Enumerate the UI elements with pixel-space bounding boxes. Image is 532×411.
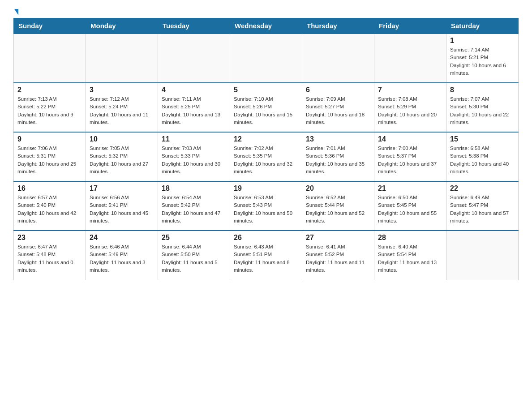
page-header <box>13 9 519 13</box>
calendar-cell: 11Sunrise: 7:03 AMSunset: 5:33 PMDayligh… <box>158 132 230 181</box>
day-info: Sunrise: 6:53 AMSunset: 5:43 PMDaylight:… <box>234 194 298 225</box>
day-number: 7 <box>378 86 442 94</box>
day-number: 24 <box>90 234 154 242</box>
day-info: Sunrise: 7:12 AMSunset: 5:24 PMDaylight:… <box>90 95 154 126</box>
calendar-cell: 9Sunrise: 7:06 AMSunset: 5:31 PMDaylight… <box>14 132 86 181</box>
day-number: 18 <box>162 184 226 193</box>
calendar-cell: 18Sunrise: 6:54 AMSunset: 5:42 PMDayligh… <box>158 181 230 231</box>
calendar-cell: 16Sunrise: 6:57 AMSunset: 5:40 PMDayligh… <box>14 181 86 231</box>
day-number: 1 <box>450 37 515 45</box>
day-of-week-header: Sunday <box>14 18 86 34</box>
day-info: Sunrise: 6:52 AMSunset: 5:44 PMDaylight:… <box>306 194 370 225</box>
calendar-week-row: 2Sunrise: 7:13 AMSunset: 5:22 PMDaylight… <box>14 83 519 132</box>
day-number: 13 <box>306 135 370 143</box>
day-number: 5 <box>234 86 298 94</box>
day-number: 8 <box>450 86 515 94</box>
day-number: 16 <box>17 184 82 193</box>
calendar-cell: 6Sunrise: 7:09 AMSunset: 5:27 PMDaylight… <box>302 83 374 132</box>
day-info: Sunrise: 7:02 AMSunset: 5:35 PMDaylight:… <box>234 145 298 176</box>
day-info: Sunrise: 7:09 AMSunset: 5:27 PMDaylight:… <box>306 95 370 126</box>
calendar-cell: 8Sunrise: 7:07 AMSunset: 5:30 PMDaylight… <box>446 83 519 132</box>
day-info: Sunrise: 7:11 AMSunset: 5:25 PMDaylight:… <box>162 95 226 126</box>
calendar-week-row: 9Sunrise: 7:06 AMSunset: 5:31 PMDaylight… <box>14 132 519 181</box>
day-number: 10 <box>90 135 154 143</box>
calendar-cell: 2Sunrise: 7:13 AMSunset: 5:22 PMDaylight… <box>14 83 86 132</box>
calendar-cell: 28Sunrise: 6:40 AMSunset: 5:54 PMDayligh… <box>374 231 446 280</box>
day-info: Sunrise: 7:10 AMSunset: 5:26 PMDaylight:… <box>234 95 298 126</box>
day-number: 9 <box>17 135 82 143</box>
calendar-cell: 5Sunrise: 7:10 AMSunset: 5:26 PMDaylight… <box>230 83 302 132</box>
day-number: 12 <box>234 135 298 143</box>
calendar-cell <box>14 34 86 83</box>
day-number: 11 <box>162 135 226 143</box>
calendar-cell: 27Sunrise: 6:41 AMSunset: 5:52 PMDayligh… <box>302 231 374 280</box>
calendar-cell <box>446 231 519 280</box>
calendar-header-row: SundayMondayTuesdayWednesdayThursdayFrid… <box>14 18 519 34</box>
day-of-week-header: Wednesday <box>230 18 302 34</box>
day-number: 6 <box>306 86 370 94</box>
calendar-cell: 7Sunrise: 7:08 AMSunset: 5:29 PMDaylight… <box>374 83 446 132</box>
day-number: 20 <box>306 184 370 193</box>
calendar-cell <box>302 34 374 83</box>
day-info: Sunrise: 6:43 AMSunset: 5:51 PMDaylight:… <box>234 243 298 274</box>
day-info: Sunrise: 6:49 AMSunset: 5:47 PMDaylight:… <box>450 194 515 225</box>
day-info: Sunrise: 7:07 AMSunset: 5:30 PMDaylight:… <box>450 95 515 126</box>
calendar-week-row: 23Sunrise: 6:47 AMSunset: 5:48 PMDayligh… <box>14 231 519 280</box>
calendar-cell: 20Sunrise: 6:52 AMSunset: 5:44 PMDayligh… <box>302 181 374 231</box>
calendar-cell: 15Sunrise: 6:58 AMSunset: 5:38 PMDayligh… <box>446 132 519 181</box>
day-info: Sunrise: 6:56 AMSunset: 5:41 PMDaylight:… <box>90 194 154 225</box>
day-number: 23 <box>17 234 82 242</box>
day-info: Sunrise: 7:03 AMSunset: 5:33 PMDaylight:… <box>162 145 226 176</box>
calendar-cell: 14Sunrise: 7:00 AMSunset: 5:37 PMDayligh… <box>374 132 446 181</box>
day-info: Sunrise: 7:05 AMSunset: 5:32 PMDaylight:… <box>90 145 154 176</box>
calendar-cell: 17Sunrise: 6:56 AMSunset: 5:41 PMDayligh… <box>86 181 158 231</box>
day-info: Sunrise: 6:41 AMSunset: 5:52 PMDaylight:… <box>306 243 370 274</box>
calendar-cell <box>374 34 446 83</box>
day-info: Sunrise: 7:06 AMSunset: 5:31 PMDaylight:… <box>17 145 82 176</box>
calendar-cell <box>230 34 302 83</box>
day-number: 26 <box>234 234 298 242</box>
day-of-week-header: Tuesday <box>158 18 230 34</box>
calendar-cell <box>86 34 158 83</box>
calendar-week-row: 1Sunrise: 7:14 AMSunset: 5:21 PMDaylight… <box>14 34 519 83</box>
calendar-cell: 26Sunrise: 6:43 AMSunset: 5:51 PMDayligh… <box>230 231 302 280</box>
day-of-week-header: Thursday <box>302 18 374 34</box>
day-info: Sunrise: 6:57 AMSunset: 5:40 PMDaylight:… <box>17 194 82 225</box>
calendar-cell: 3Sunrise: 7:12 AMSunset: 5:24 PMDaylight… <box>86 83 158 132</box>
day-info: Sunrise: 6:58 AMSunset: 5:38 PMDaylight:… <box>450 145 515 176</box>
day-info: Sunrise: 6:44 AMSunset: 5:50 PMDaylight:… <box>162 243 226 274</box>
day-number: 27 <box>306 234 370 242</box>
logo-triangle-icon <box>14 9 18 15</box>
day-of-week-header: Friday <box>374 18 446 34</box>
calendar-cell: 19Sunrise: 6:53 AMSunset: 5:43 PMDayligh… <box>230 181 302 231</box>
day-info: Sunrise: 7:08 AMSunset: 5:29 PMDaylight:… <box>378 95 442 126</box>
day-info: Sunrise: 6:47 AMSunset: 5:48 PMDaylight:… <box>17 243 82 274</box>
day-number: 2 <box>17 86 82 94</box>
day-info: Sunrise: 7:00 AMSunset: 5:37 PMDaylight:… <box>378 145 442 176</box>
day-number: 21 <box>378 184 442 193</box>
day-info: Sunrise: 7:01 AMSunset: 5:36 PMDaylight:… <box>306 145 370 176</box>
calendar-cell: 10Sunrise: 7:05 AMSunset: 5:32 PMDayligh… <box>86 132 158 181</box>
day-info: Sunrise: 6:54 AMSunset: 5:42 PMDaylight:… <box>162 194 226 225</box>
day-number: 3 <box>90 86 154 94</box>
calendar-cell: 23Sunrise: 6:47 AMSunset: 5:48 PMDayligh… <box>14 231 86 280</box>
calendar-cell: 12Sunrise: 7:02 AMSunset: 5:35 PMDayligh… <box>230 132 302 181</box>
day-info: Sunrise: 7:13 AMSunset: 5:22 PMDaylight:… <box>17 95 82 126</box>
day-number: 25 <box>162 234 226 242</box>
day-of-week-header: Saturday <box>446 18 519 34</box>
day-number: 19 <box>234 184 298 193</box>
calendar-cell: 4Sunrise: 7:11 AMSunset: 5:25 PMDaylight… <box>158 83 230 132</box>
day-number: 22 <box>450 184 515 193</box>
day-info: Sunrise: 7:14 AMSunset: 5:21 PMDaylight:… <box>450 46 515 77</box>
calendar-table: SundayMondayTuesdayWednesdayThursdayFrid… <box>13 18 519 280</box>
calendar-cell: 1Sunrise: 7:14 AMSunset: 5:21 PMDaylight… <box>446 34 519 83</box>
day-of-week-header: Monday <box>86 18 158 34</box>
day-info: Sunrise: 6:50 AMSunset: 5:45 PMDaylight:… <box>378 194 442 225</box>
calendar-cell: 21Sunrise: 6:50 AMSunset: 5:45 PMDayligh… <box>374 181 446 231</box>
day-number: 28 <box>378 234 442 242</box>
day-number: 4 <box>162 86 226 94</box>
day-number: 15 <box>450 135 515 143</box>
calendar-cell: 22Sunrise: 6:49 AMSunset: 5:47 PMDayligh… <box>446 181 519 231</box>
calendar-cell <box>158 34 230 83</box>
day-number: 14 <box>378 135 442 143</box>
